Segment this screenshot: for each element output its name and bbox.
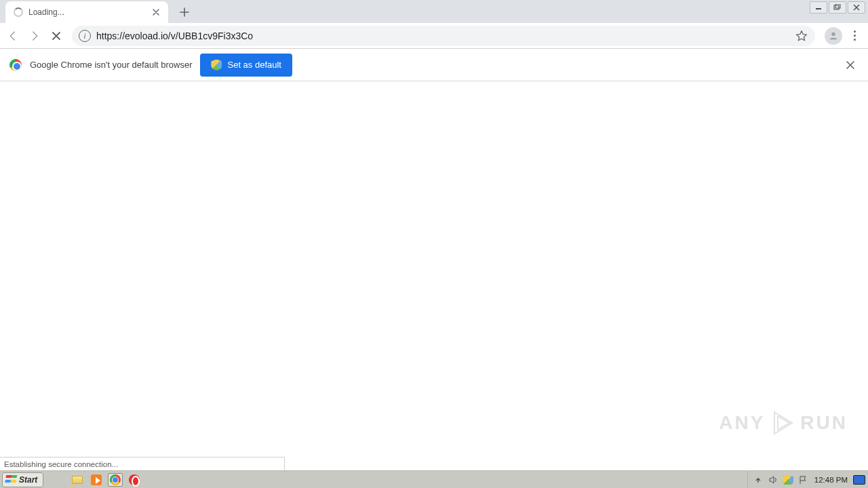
infobar-close-button[interactable]: [842, 57, 859, 73]
chrome-icon: [110, 474, 121, 485]
system-tray: 12:48 PM: [747, 471, 868, 488]
profile-button[interactable]: [825, 27, 842, 45]
start-label: Start: [19, 475, 37, 485]
close-icon: [853, 4, 860, 11]
tray-flag-icon[interactable]: [797, 474, 809, 486]
chrome-logo-icon: [9, 59, 22, 71]
taskbar-chrome-button[interactable]: [108, 473, 123, 487]
chrome-menu-button[interactable]: [845, 26, 864, 46]
shield-icon: [211, 60, 222, 70]
tray-clock[interactable]: 12:48 PM: [812, 476, 850, 484]
close-icon: [153, 9, 159, 16]
kebab-icon: [854, 30, 856, 33]
svg-point-3: [831, 32, 835, 35]
plus-icon: [180, 7, 189, 17]
media-player-icon: [91, 474, 102, 485]
svg-rect-1: [834, 5, 839, 9]
person-icon: [828, 30, 839, 41]
browser-toolbar: i: [0, 23, 868, 49]
info-icon: i: [84, 32, 85, 40]
close-window-button[interactable]: [848, 1, 865, 14]
anyrun-watermark: ANY RUN: [719, 409, 848, 436]
infobar-message: Google Chrome isn't your default browser: [30, 60, 192, 70]
arrow-right-icon: [28, 30, 41, 42]
flag-icon: [798, 475, 808, 485]
play-outline-icon: [769, 409, 796, 436]
svg-rect-0: [816, 8, 821, 9]
taskbar-opera-icon[interactable]: [127, 473, 142, 487]
tab-strip: Loading...: [0, 0, 868, 23]
address-bar[interactable]: i: [72, 26, 815, 46]
status-bar: Establishing secure connection...: [0, 457, 285, 470]
tray-show-desktop[interactable]: [853, 474, 865, 486]
toolbar-right: [825, 26, 864, 46]
tray-security-icon[interactable]: [782, 474, 794, 486]
default-browser-infobar: Google Chrome isn't your default browser…: [0, 49, 868, 81]
close-icon: [846, 61, 854, 69]
url-input[interactable]: [96, 30, 789, 41]
new-tab-button[interactable]: [175, 3, 194, 22]
windows-logo-icon: [5, 475, 17, 485]
browser-window: Loading...: [0, 0, 868, 488]
maximize-button[interactable]: [829, 1, 846, 14]
speaker-icon: [768, 475, 778, 485]
minimize-button[interactable]: [810, 1, 827, 14]
tray-expand-button[interactable]: [752, 474, 764, 486]
back-button[interactable]: [3, 26, 23, 46]
window-controls: [810, 1, 865, 14]
opera-icon: [129, 474, 140, 485]
star-icon: [795, 30, 808, 42]
watermark-left: ANY: [719, 412, 765, 434]
page-content: ANY RUN: [0, 81, 868, 470]
monitor-icon: [853, 475, 865, 485]
set-default-button[interactable]: Set as default: [200, 54, 292, 77]
maximize-icon: [833, 4, 842, 11]
tray-volume-icon[interactable]: [767, 474, 779, 486]
set-default-label: Set as default: [227, 60, 281, 70]
chevron-up-icon: [755, 476, 762, 483]
arrow-left-icon: [7, 30, 19, 42]
status-text: Establishing secure connection...: [4, 460, 118, 468]
minimize-icon: [815, 5, 822, 10]
forward-button[interactable]: [24, 26, 45, 46]
loading-spinner-icon: [14, 7, 23, 17]
close-icon: [52, 31, 61, 41]
stop-button[interactable]: [46, 26, 66, 46]
svg-rect-2: [835, 4, 840, 8]
shield-icon: [783, 475, 793, 485]
quicklaunch: [51, 473, 142, 487]
folder-icon: [72, 476, 83, 484]
watermark-right: RUN: [800, 412, 848, 434]
taskbar-ie-icon[interactable]: [51, 473, 66, 487]
browser-tab[interactable]: Loading...: [5, 1, 168, 23]
tab-close-button[interactable]: [151, 7, 161, 18]
taskbar-media-icon[interactable]: [89, 473, 104, 487]
start-button[interactable]: Start: [2, 472, 43, 487]
bookmark-button[interactable]: [795, 29, 808, 43]
site-info-button[interactable]: i: [79, 30, 91, 42]
windows-taskbar: Start 12:48 PM: [0, 470, 868, 488]
tab-title: Loading...: [28, 7, 145, 17]
